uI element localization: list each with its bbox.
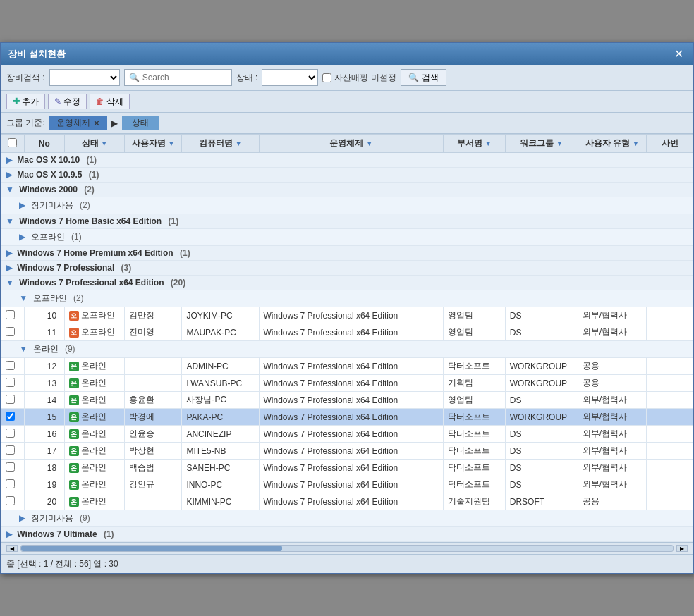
row-checkbox[interactable] <box>6 429 15 438</box>
row-serial <box>647 426 693 443</box>
expand-icon[interactable]: ▶ <box>19 232 25 242</box>
table-row[interactable]: 15 온 온라인 박경에 PAKA-PC Windows 7 Professio… <box>1 409 693 426</box>
group-tag-os[interactable]: 운영체제 ✕ <box>49 116 107 130</box>
col-header-username[interactable]: 사용자명 ▼ <box>125 135 182 153</box>
col-header-no[interactable]: No <box>24 135 64 153</box>
select-all-checkbox[interactable] <box>8 138 17 147</box>
expand-icon[interactable]: ▼ <box>6 185 14 195</box>
search-input[interactable] <box>142 73 227 82</box>
row-computer: KIMMIN-PC <box>182 493 259 510</box>
subgroup-label: 온라인 <box>33 344 59 354</box>
group-row[interactable]: ▼ Windows 7 Home Basic x64 Edition (1) <box>1 214 693 229</box>
row-checkbox[interactable] <box>6 462 15 472</box>
group-tag-os-close[interactable]: ✕ <box>93 118 100 128</box>
group-label: Mac OS X 10.10 <box>17 155 80 165</box>
expand-icon[interactable]: ▼ <box>19 344 28 354</box>
row-checkbox[interactable] <box>6 412 15 421</box>
scrollbar-thumb[interactable] <box>21 546 282 551</box>
search-button[interactable]: 🔍 검색 <box>401 69 446 86</box>
expand-icon[interactable]: ▼ <box>6 216 14 226</box>
row-computer: LWANSUB-PC <box>182 375 259 392</box>
table-row[interactable]: 20 온 온라인 KIMMIN-PC Windows 7 Professiona… <box>1 493 693 510</box>
table-row[interactable]: 18 온 온라인 백슴범 SANEH-PC Windows 7 Professi… <box>1 460 693 476</box>
table-row[interactable]: 19 온 온라인 강인규 INNO-PC Windows 7 Professio… <box>1 476 693 493</box>
scroll-right-button[interactable]: ▶ <box>676 545 688 552</box>
row-checkbox[interactable] <box>6 378 15 387</box>
group-row-sub[interactable]: ▼ 온라인 (9) <box>1 341 693 358</box>
col-header-status[interactable]: 상태 ▼ <box>64 135 125 153</box>
table-header-row: No 상태 ▼ 사용자명 ▼ 컴퓨터명 ▼ 운영체제 ▼ 부서명 ▼ 워크그룹 … <box>1 135 693 153</box>
close-button[interactable]: ✕ <box>671 47 686 61</box>
expand-icon[interactable]: ▶ <box>19 513 25 523</box>
group-row[interactable]: ▶ Windows 7 Professional (3) <box>1 261 693 276</box>
row-checkbox-cell <box>1 460 25 476</box>
group-row[interactable]: ▶ Mac OS X 10.9.5 (1) <box>1 168 693 183</box>
data-table: No 상태 ▼ 사용자명 ▼ 컴퓨터명 ▼ 운영체제 ▼ 부서명 ▼ 워크그룹 … <box>1 134 693 542</box>
expand-icon[interactable]: ▼ <box>6 278 14 288</box>
expand-icon[interactable]: ▶ <box>19 200 25 210</box>
row-workgroup: DS <box>505 476 578 493</box>
row-checkbox[interactable] <box>6 327 15 336</box>
group-row[interactable]: ▼ Windows 7 Professional x64 Edition (20… <box>1 276 693 290</box>
group-row-sub[interactable]: ▼ 오프라인 (2) <box>1 290 693 307</box>
table-row[interactable]: 16 온 온라인 안윤승 ANCINEZIP Windows 7 Profess… <box>1 426 693 443</box>
expand-icon[interactable]: ▶ <box>6 263 12 273</box>
row-serial <box>647 409 693 426</box>
group-row-sub[interactable]: ▶ 오프라인 (1) <box>1 229 693 246</box>
expand-icon[interactable]: ▶ <box>6 155 12 165</box>
group-row[interactable]: ▶ Mac OS X 10.10 (1) <box>1 153 693 168</box>
col-header-computer[interactable]: 컴퓨터명 ▼ <box>182 135 259 153</box>
row-checkbox[interactable] <box>6 496 15 505</box>
col-header-dept[interactable]: 부서명 ▼ <box>444 135 505 153</box>
col-header-checkbox <box>1 135 25 153</box>
row-workgroup: DS <box>505 443 578 460</box>
add-button[interactable]: ✚ 추가 <box>6 94 45 109</box>
table-row[interactable]: 10 오 오프라인 김만정 JOYKIM-PC Windows 7 Profes… <box>1 307 693 324</box>
status-bar: 줄 [선택 : 1 / 전체 : 56] 열 : 30 <box>1 555 693 573</box>
col-header-os[interactable]: 운영체제 ▼ <box>259 135 444 153</box>
group-label: Windows 2000 <box>19 185 78 195</box>
table-row[interactable]: 13 온 온라인 LWANSUB-PC Windows 7 Profession… <box>1 375 693 392</box>
expand-icon[interactable]: ▶ <box>6 248 12 258</box>
group-row[interactable]: ▶ Windows 7 Ultimate (1) <box>1 527 693 542</box>
col-header-serial[interactable]: 사번 <box>647 135 693 153</box>
search-input-wrap: 🔍 <box>124 69 232 86</box>
expand-icon[interactable]: ▶ <box>6 529 12 539</box>
row-dept: 닥터소프트 <box>444 409 505 426</box>
scroll-left-button[interactable]: ◀ <box>6 545 18 552</box>
row-checkbox[interactable] <box>6 395 15 404</box>
table-row[interactable]: 11 오 오프라인 전미영 MAUPAK-PC Windows 7 Profes… <box>1 324 693 341</box>
subgroup-count: (2) <box>73 293 84 303</box>
row-checkbox[interactable] <box>6 479 15 488</box>
table-row[interactable]: 12 온 온라인 ADMIN-PC Windows 7 Professional… <box>1 358 693 375</box>
table-row[interactable]: 17 온 온라인 박상현 MITE5-NB Windows 7 Professi… <box>1 443 693 460</box>
expand-icon[interactable]: ▼ <box>19 293 28 303</box>
group-row[interactable]: ▼ Windows 2000 (2) <box>1 183 693 197</box>
group-tag-state[interactable]: 상태 <box>122 116 159 130</box>
group-row-sub[interactable]: ▶ 장기미사용 (9) <box>1 510 693 527</box>
expand-icon[interactable]: ▶ <box>6 170 12 180</box>
col-header-workgroup[interactable]: 워크그룹 ▼ <box>505 135 578 153</box>
asset-mapping-checkbox[interactable] <box>322 73 331 82</box>
row-checkbox[interactable] <box>6 310 15 319</box>
row-checkbox[interactable] <box>6 361 15 370</box>
group-row-cell: ▶ Windows 7 Home Premium x64 Edition (1) <box>1 246 693 261</box>
device-search-select[interactable] <box>49 69 120 86</box>
scrollbar-track[interactable] <box>20 545 674 552</box>
table-row[interactable]: 14 온 온라인 홍윤환 사장님-PC Windows 7 Profession… <box>1 392 693 409</box>
row-checkbox[interactable] <box>6 445 15 455</box>
row-no: 17 <box>24 443 64 460</box>
state-select[interactable] <box>262 69 318 86</box>
edit-button[interactable]: ✎ 수정 <box>48 94 87 109</box>
group-row[interactable]: ▶ Windows 7 Home Premium x64 Edition (1) <box>1 246 693 261</box>
subgroup-count: (9) <box>65 344 75 354</box>
row-username: 홍윤환 <box>125 392 182 409</box>
group-row-sub[interactable]: ▶ 장기미사용 (2) <box>1 197 693 214</box>
delete-button[interactable]: 🗑 삭제 <box>90 94 130 109</box>
status-text: 줄 [선택 : 1 / 전체 : 56] 열 : 30 <box>6 559 118 569</box>
row-username <box>125 493 182 510</box>
group-count: (1) <box>169 216 179 226</box>
col-header-usertype[interactable]: 사용자 유형 ▼ <box>578 135 647 153</box>
status-icon: 온 <box>69 412 79 422</box>
row-serial <box>647 392 693 409</box>
